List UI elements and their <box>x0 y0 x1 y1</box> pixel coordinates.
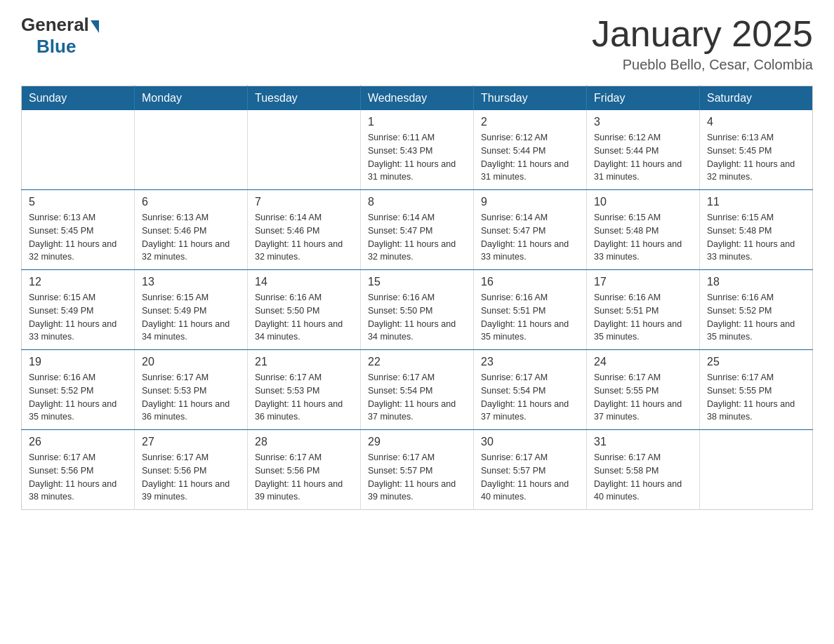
calendar-cell: 13Sunrise: 6:15 AMSunset: 5:49 PMDayligh… <box>135 270 248 350</box>
day-number: 24 <box>594 356 692 368</box>
day-number: 28 <box>255 436 353 448</box>
day-info: Sunrise: 6:15 AMSunset: 5:48 PMDaylight:… <box>594 211 692 264</box>
calendar-cell: 11Sunrise: 6:15 AMSunset: 5:48 PMDayligh… <box>700 190 813 270</box>
day-number: 9 <box>481 196 579 208</box>
day-info: Sunrise: 6:17 AMSunset: 5:53 PMDaylight:… <box>142 371 240 424</box>
calendar-cell: 15Sunrise: 6:16 AMSunset: 5:50 PMDayligh… <box>361 270 474 350</box>
day-info: Sunrise: 6:14 AMSunset: 5:47 PMDaylight:… <box>368 211 466 264</box>
day-info: Sunrise: 6:17 AMSunset: 5:57 PMDaylight:… <box>368 451 466 504</box>
day-number: 21 <box>255 356 353 368</box>
day-info: Sunrise: 6:16 AMSunset: 5:51 PMDaylight:… <box>594 291 692 344</box>
calendar-cell: 19Sunrise: 6:16 AMSunset: 5:52 PMDayligh… <box>22 350 135 430</box>
calendar-cell <box>248 110 361 190</box>
day-info: Sunrise: 6:17 AMSunset: 5:56 PMDaylight:… <box>255 451 353 504</box>
month-title: January 2025 <box>592 14 813 54</box>
calendar-cell: 2Sunrise: 6:12 AMSunset: 5:44 PMDaylight… <box>474 110 587 190</box>
logo-arrow-icon <box>91 20 99 33</box>
calendar-cell: 4Sunrise: 6:13 AMSunset: 5:45 PMDaylight… <box>700 110 813 190</box>
day-info: Sunrise: 6:14 AMSunset: 5:47 PMDaylight:… <box>481 211 579 264</box>
calendar-cell: 14Sunrise: 6:16 AMSunset: 5:50 PMDayligh… <box>248 270 361 350</box>
day-info: Sunrise: 6:16 AMSunset: 5:52 PMDaylight:… <box>29 371 127 424</box>
day-number: 18 <box>707 276 805 288</box>
calendar-week-5: 26Sunrise: 6:17 AMSunset: 5:56 PMDayligh… <box>22 430 813 510</box>
title-section: January 2025 Pueblo Bello, Cesar, Colomb… <box>592 14 813 73</box>
day-info: Sunrise: 6:17 AMSunset: 5:58 PMDaylight:… <box>594 451 692 504</box>
calendar-cell <box>700 430 813 510</box>
calendar-week-3: 12Sunrise: 6:15 AMSunset: 5:49 PMDayligh… <box>22 270 813 350</box>
calendar-table: SundayMondayTuesdayWednesdayThursdayFrid… <box>21 86 813 510</box>
calendar-cell: 8Sunrise: 6:14 AMSunset: 5:47 PMDaylight… <box>361 190 474 270</box>
day-info: Sunrise: 6:16 AMSunset: 5:51 PMDaylight:… <box>481 291 579 344</box>
calendar-cell: 6Sunrise: 6:13 AMSunset: 5:46 PMDaylight… <box>135 190 248 270</box>
day-number: 14 <box>255 276 353 288</box>
logo-blue-text: Blue <box>37 36 76 58</box>
day-number: 5 <box>29 196 127 208</box>
day-number: 7 <box>255 196 353 208</box>
day-number: 27 <box>142 436 240 448</box>
calendar-cell: 17Sunrise: 6:16 AMSunset: 5:51 PMDayligh… <box>587 270 700 350</box>
calendar-cell: 3Sunrise: 6:12 AMSunset: 5:44 PMDaylight… <box>587 110 700 190</box>
calendar-header-friday: Friday <box>587 86 700 111</box>
day-info: Sunrise: 6:16 AMSunset: 5:50 PMDaylight:… <box>255 291 353 344</box>
day-number: 31 <box>594 436 692 448</box>
day-number: 17 <box>594 276 692 288</box>
day-number: 15 <box>368 276 466 288</box>
calendar-header-wednesday: Wednesday <box>361 86 474 111</box>
calendar-cell: 28Sunrise: 6:17 AMSunset: 5:56 PMDayligh… <box>248 430 361 510</box>
day-info: Sunrise: 6:12 AMSunset: 5:44 PMDaylight:… <box>481 131 579 184</box>
day-number: 30 <box>481 436 579 448</box>
logo: General Blue <box>21 14 99 58</box>
day-number: 2 <box>481 116 579 128</box>
day-info: Sunrise: 6:16 AMSunset: 5:50 PMDaylight:… <box>368 291 466 344</box>
calendar-cell <box>135 110 248 190</box>
calendar-cell: 18Sunrise: 6:16 AMSunset: 5:52 PMDayligh… <box>700 270 813 350</box>
calendar-week-2: 5Sunrise: 6:13 AMSunset: 5:45 PMDaylight… <box>22 190 813 270</box>
day-number: 8 <box>368 196 466 208</box>
day-number: 13 <box>142 276 240 288</box>
calendar-cell: 29Sunrise: 6:17 AMSunset: 5:57 PMDayligh… <box>361 430 474 510</box>
day-info: Sunrise: 6:13 AMSunset: 5:46 PMDaylight:… <box>142 211 240 264</box>
day-number: 3 <box>594 116 692 128</box>
calendar-cell: 27Sunrise: 6:17 AMSunset: 5:56 PMDayligh… <box>135 430 248 510</box>
logo-general-text: General <box>21 14 89 36</box>
day-number: 16 <box>481 276 579 288</box>
calendar-cell: 24Sunrise: 6:17 AMSunset: 5:55 PMDayligh… <box>587 350 700 430</box>
calendar-week-4: 19Sunrise: 6:16 AMSunset: 5:52 PMDayligh… <box>22 350 813 430</box>
day-info: Sunrise: 6:17 AMSunset: 5:55 PMDaylight:… <box>707 371 805 424</box>
calendar-cell: 22Sunrise: 6:17 AMSunset: 5:54 PMDayligh… <box>361 350 474 430</box>
calendar-cell: 1Sunrise: 6:11 AMSunset: 5:43 PMDaylight… <box>361 110 474 190</box>
day-info: Sunrise: 6:17 AMSunset: 5:54 PMDaylight:… <box>368 371 466 424</box>
calendar-cell: 7Sunrise: 6:14 AMSunset: 5:46 PMDaylight… <box>248 190 361 270</box>
day-info: Sunrise: 6:13 AMSunset: 5:45 PMDaylight:… <box>707 131 805 184</box>
day-info: Sunrise: 6:15 AMSunset: 5:48 PMDaylight:… <box>707 211 805 264</box>
location-text: Pueblo Bello, Cesar, Colombia <box>592 57 813 73</box>
day-number: 25 <box>707 356 805 368</box>
day-number: 12 <box>29 276 127 288</box>
calendar-header-saturday: Saturday <box>700 86 813 111</box>
calendar-cell: 31Sunrise: 6:17 AMSunset: 5:58 PMDayligh… <box>587 430 700 510</box>
day-number: 29 <box>368 436 466 448</box>
day-number: 6 <box>142 196 240 208</box>
calendar-cell: 30Sunrise: 6:17 AMSunset: 5:57 PMDayligh… <box>474 430 587 510</box>
calendar-week-1: 1Sunrise: 6:11 AMSunset: 5:43 PMDaylight… <box>22 110 813 190</box>
day-info: Sunrise: 6:17 AMSunset: 5:55 PMDaylight:… <box>594 371 692 424</box>
day-number: 11 <box>707 196 805 208</box>
calendar-cell: 23Sunrise: 6:17 AMSunset: 5:54 PMDayligh… <box>474 350 587 430</box>
calendar-cell <box>22 110 135 190</box>
day-info: Sunrise: 6:17 AMSunset: 5:54 PMDaylight:… <box>481 371 579 424</box>
calendar-cell: 26Sunrise: 6:17 AMSunset: 5:56 PMDayligh… <box>22 430 135 510</box>
day-info: Sunrise: 6:17 AMSunset: 5:57 PMDaylight:… <box>481 451 579 504</box>
calendar-header-tuesday: Tuesday <box>248 86 361 111</box>
day-info: Sunrise: 6:13 AMSunset: 5:45 PMDaylight:… <box>29 211 127 264</box>
day-info: Sunrise: 6:11 AMSunset: 5:43 PMDaylight:… <box>368 131 466 184</box>
calendar-cell: 12Sunrise: 6:15 AMSunset: 5:49 PMDayligh… <box>22 270 135 350</box>
day-info: Sunrise: 6:12 AMSunset: 5:44 PMDaylight:… <box>594 131 692 184</box>
day-info: Sunrise: 6:17 AMSunset: 5:56 PMDaylight:… <box>29 451 127 504</box>
day-number: 1 <box>368 116 466 128</box>
page-header: General Blue January 2025 Pueblo Bello, … <box>21 14 813 73</box>
calendar-cell: 21Sunrise: 6:17 AMSunset: 5:53 PMDayligh… <box>248 350 361 430</box>
calendar-cell: 9Sunrise: 6:14 AMSunset: 5:47 PMDaylight… <box>474 190 587 270</box>
calendar-cell: 5Sunrise: 6:13 AMSunset: 5:45 PMDaylight… <box>22 190 135 270</box>
calendar-cell: 25Sunrise: 6:17 AMSunset: 5:55 PMDayligh… <box>700 350 813 430</box>
day-info: Sunrise: 6:15 AMSunset: 5:49 PMDaylight:… <box>29 291 127 344</box>
